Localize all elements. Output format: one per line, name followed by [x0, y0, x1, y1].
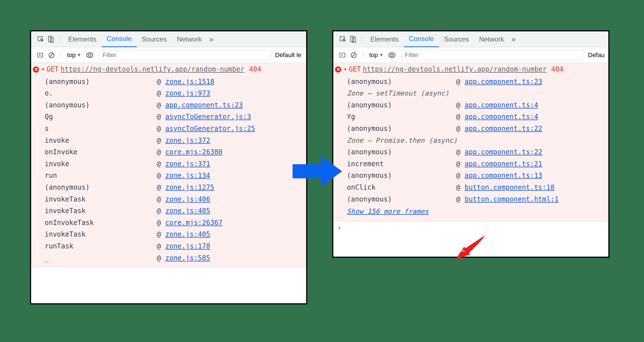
frame-function: Yg	[347, 112, 454, 122]
frame-location[interactable]: app.component.ts:23	[165, 101, 303, 110]
divider	[59, 35, 60, 44]
request-url[interactable]: https://ng-devtools.netlify.app/random-n…	[363, 65, 547, 74]
tab-elements[interactable]: Elements	[63, 31, 102, 47]
live-expression-icon[interactable]	[386, 49, 398, 61]
stack-frame: increment@app.component.ts:21	[347, 158, 606, 170]
error-header[interactable]: ✕ ▼ GET https://ng-devtools.netlify.app/…	[31, 63, 306, 76]
tab-network[interactable]: Network	[474, 31, 509, 47]
stack-frame: invokeTask@zone.js:405	[45, 205, 303, 217]
frame-function: increment	[347, 159, 454, 169]
frame-location[interactable]: zone.js:371	[165, 159, 303, 169]
tab-console[interactable]: Console	[404, 31, 439, 47]
frame-location[interactable]: zone.js:405	[165, 206, 303, 216]
stack-frame: (anonymous)@zone.js:1518	[45, 76, 303, 88]
stack-frame: (anonymous)@app.component.ts:23	[347, 76, 606, 88]
frame-location[interactable]: app.component.ts:22	[465, 124, 606, 134]
frame-location[interactable]: asyncToGenerator.js:3	[165, 112, 303, 122]
stack-frame: onInvoke@core.mjs:26380	[45, 146, 303, 158]
divider	[61, 51, 61, 60]
svg-line-12	[352, 53, 355, 57]
frame-function: onInvokeTask	[45, 218, 155, 228]
frame-location[interactable]: core.mjs:26380	[165, 148, 303, 157]
http-method: GET	[349, 65, 361, 74]
frame-function: (anonymous)	[45, 77, 155, 87]
context-selector[interactable]: top	[67, 51, 76, 59]
frame-location[interactable]: app.component.ts:22	[465, 148, 606, 157]
expand-triangle-icon[interactable]: ▼	[41, 67, 45, 72]
tab-sources[interactable]: Sources	[137, 31, 172, 47]
chevron-down-icon[interactable]: ▼	[77, 53, 81, 58]
frame-function: invokeTask	[45, 206, 155, 216]
request-url[interactable]: https://ng-devtools.netlify.app/random-n…	[61, 65, 244, 74]
tab-elements[interactable]: Elements	[365, 31, 404, 47]
tab-sources[interactable]: Sources	[439, 31, 474, 47]
frame-function: (anonymous)	[347, 148, 454, 157]
frame-function: invokeTask	[45, 195, 155, 204]
frame-location[interactable]: button.component.html:1	[465, 195, 606, 204]
http-status: 404	[249, 65, 261, 74]
context-selector[interactable]: top	[369, 51, 378, 59]
sidebar-toggle-icon[interactable]	[337, 49, 348, 61]
http-method: GET	[46, 65, 59, 74]
expand-triangle-icon[interactable]: ▼	[343, 67, 347, 72]
frame-location[interactable]: asyncToGenerator.js:25	[165, 124, 303, 134]
stack-frame: invoke@zone.js:372	[45, 135, 303, 147]
frame-location[interactable]: zone.js:585	[165, 254, 303, 263]
frame-location[interactable]: button.component.ts:18	[465, 183, 606, 192]
tabs-overflow-icon[interactable]: »	[207, 35, 216, 44]
frame-location[interactable]: zone.js:1518	[165, 77, 303, 87]
stack-frame: invokeTask@zone.js:406	[45, 194, 303, 205]
frame-location[interactable]: app.component.ts:4	[465, 112, 606, 122]
log-level-selector[interactable]: Defau	[588, 51, 608, 59]
frame-at: @	[157, 206, 164, 216]
frame-location[interactable]: app.component.ts:23	[465, 77, 606, 87]
device-icon[interactable]	[348, 34, 358, 44]
clear-console-icon[interactable]	[46, 49, 57, 61]
frame-location[interactable]: app.component.ts:4	[465, 101, 606, 110]
stack-frame: (anonymous)@app.component.ts:22	[347, 123, 606, 135]
stack-frame: run@zone.js:134	[45, 170, 303, 182]
stack-frame: runTask@zone.js:178	[45, 241, 303, 252]
tab-console[interactable]: Console	[102, 31, 137, 47]
async-zone-label: Zone — setTimeout (async)	[347, 88, 606, 99]
frame-location[interactable]: app.component.ts:13	[465, 171, 606, 181]
filter-input[interactable]	[99, 50, 271, 60]
chevron-down-icon[interactable]: ▼	[379, 53, 384, 58]
stack-frame: _@zone.js:585	[45, 252, 303, 264]
frame-function: run	[45, 171, 155, 181]
inspect-icon[interactable]	[36, 34, 46, 44]
frame-function: s	[45, 124, 155, 134]
console-prompt[interactable]: ›	[333, 221, 608, 234]
device-icon[interactable]	[46, 34, 56, 44]
frame-at: @	[157, 230, 164, 239]
clear-console-icon[interactable]	[348, 49, 359, 61]
frame-at: @	[456, 112, 463, 122]
stack-frame: (anonymous)@app.component.ts:22	[347, 146, 606, 158]
show-more-frames-link[interactable]: Show 156 more frames	[347, 205, 429, 218]
stack-trace: (anonymous)@zone.js:1518o.@zone.js:973(a…	[31, 76, 306, 267]
stack-frame: Yg@app.component.ts:4	[347, 111, 606, 123]
frame-location[interactable]: zone.js:973	[165, 89, 303, 98]
frame-location[interactable]: zone.js:405	[165, 230, 303, 239]
tab-network[interactable]: Network	[172, 31, 207, 47]
divider	[362, 35, 362, 44]
error-header[interactable]: ✕ ▼ GET https://ng-devtools.netlify.app/…	[333, 63, 608, 76]
frame-function: o.	[45, 89, 155, 98]
frame-location[interactable]: zone.js:134	[165, 171, 303, 181]
filter-input[interactable]	[402, 50, 584, 60]
frame-location[interactable]: zone.js:406	[165, 195, 303, 204]
frame-location[interactable]: core.mjs:26367	[165, 218, 303, 228]
frame-at: @	[157, 242, 164, 251]
sidebar-toggle-icon[interactable]	[35, 49, 46, 61]
frame-location[interactable]: app.component.ts:21	[465, 159, 606, 169]
log-level-selector[interactable]: Default le	[275, 51, 306, 59]
frame-function: Qg	[45, 112, 155, 122]
frame-function: onClick	[347, 183, 454, 192]
frame-function: invokeTask	[45, 230, 155, 239]
inspect-icon[interactable]	[338, 34, 348, 44]
live-expression-icon[interactable]	[84, 49, 95, 61]
frame-location[interactable]: zone.js:1275	[165, 183, 303, 192]
frame-location[interactable]: zone.js:372	[165, 136, 303, 146]
frame-location[interactable]: zone.js:178	[165, 242, 303, 251]
tabs-overflow-icon[interactable]: »	[509, 35, 518, 44]
